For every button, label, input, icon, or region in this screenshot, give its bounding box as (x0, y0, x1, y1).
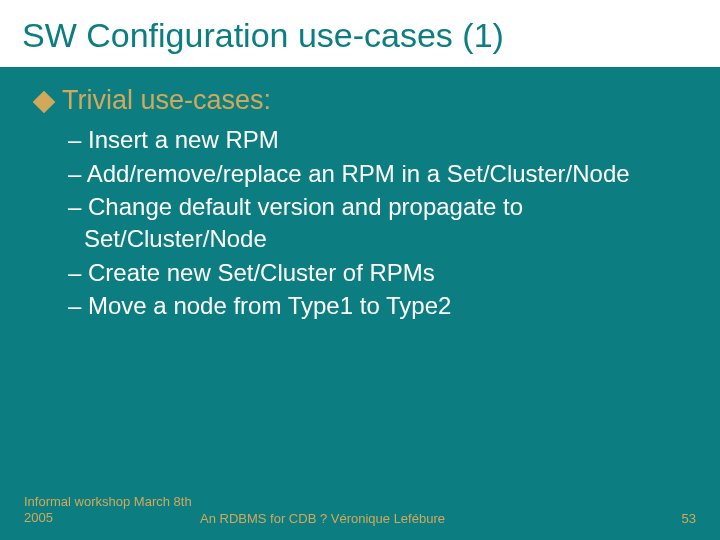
slide-footer: Informal workshop March 8th 2005 An RDBM… (0, 494, 720, 527)
title-text: SW Configuration use-cases (1) (22, 16, 504, 54)
sub-list: – Insert a new RPM – Add/remove/replace … (40, 124, 692, 322)
slide-body: Trivial use-cases: – Insert a new RPM – … (0, 67, 720, 322)
diamond-bullet-icon (33, 90, 56, 113)
slide-title: SW Configuration use-cases (1) (0, 0, 720, 67)
footer-center: An RDBMS for CDB ? Véronique Lefébure (194, 511, 636, 526)
bullet-label: Trivial use-cases: (62, 85, 271, 116)
list-item: – Add/remove/replace an RPM in a Set/Clu… (68, 158, 692, 190)
list-item: – Insert a new RPM (68, 124, 692, 156)
slide-number: 53 (636, 511, 696, 526)
footer-left: Informal workshop March 8th 2005 (24, 494, 194, 527)
list-item: – Change default version and propagate t… (68, 191, 692, 254)
bullet-level1: Trivial use-cases: (40, 85, 692, 116)
list-item: – Move a node from Type1 to Type2 (68, 290, 692, 322)
list-item: – Create new Set/Cluster of RPMs (68, 257, 692, 289)
